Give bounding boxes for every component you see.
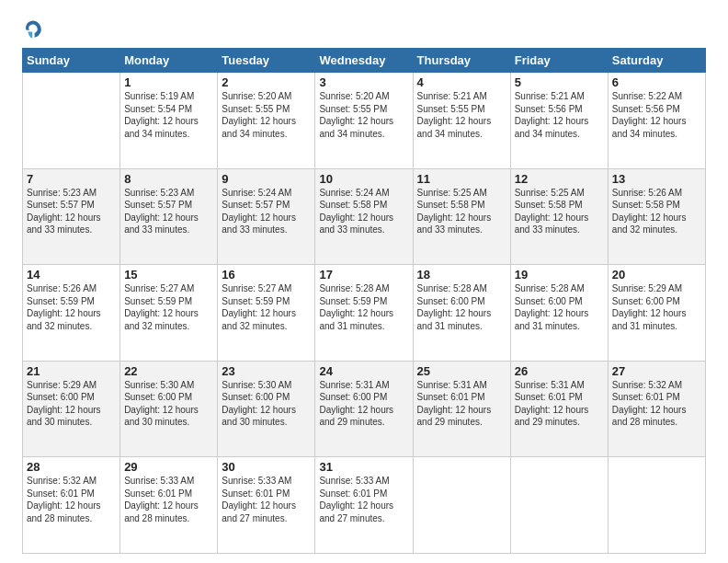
calendar-cell: 22Sunrise: 5:30 AM Sunset: 6:00 PM Dayli… [120,361,218,457]
calendar-cell: 31Sunrise: 5:33 AM Sunset: 6:01 PM Dayli… [315,457,413,554]
weekday-header-tuesday: Tuesday [218,49,315,73]
day-number: 26 [515,364,604,378]
calendar-cell: 14Sunrise: 5:26 AM Sunset: 5:59 PM Dayli… [23,265,120,362]
calendar-cell: 15Sunrise: 5:27 AM Sunset: 5:59 PM Dayli… [120,265,218,362]
day-number: 12 [515,172,604,186]
day-info: Sunrise: 5:30 AM Sunset: 6:00 PM Dayligh… [124,379,213,429]
day-info: Sunrise: 5:28 AM Sunset: 6:00 PM Dayligh… [515,282,604,332]
day-number: 22 [124,364,213,378]
week-row-1: 1Sunrise: 5:19 AM Sunset: 5:54 PM Daylig… [23,73,706,169]
logo [22,18,48,40]
day-number: 20 [612,268,701,282]
calendar-cell: 17Sunrise: 5:28 AM Sunset: 5:59 PM Dayli… [315,265,413,362]
day-number: 23 [222,364,311,378]
calendar-cell: 1Sunrise: 5:19 AM Sunset: 5:54 PM Daylig… [120,73,218,169]
day-number: 17 [319,268,408,282]
day-info: Sunrise: 5:28 AM Sunset: 5:59 PM Dayligh… [319,282,408,332]
weekday-header-saturday: Saturday [608,49,705,73]
weekday-header-wednesday: Wednesday [315,49,413,73]
day-number: 4 [417,75,506,89]
day-number: 24 [319,364,408,378]
page: SundayMondayTuesdayWednesdayThursdayFrid… [0,0,728,563]
day-number: 15 [124,268,213,282]
day-number: 1 [124,75,213,89]
day-info: Sunrise: 5:22 AM Sunset: 5:56 PM Dayligh… [612,90,701,140]
day-info: Sunrise: 5:28 AM Sunset: 6:00 PM Dayligh… [417,282,506,332]
weekday-header-monday: Monday [120,49,218,73]
day-info: Sunrise: 5:20 AM Sunset: 5:55 PM Dayligh… [319,90,408,140]
day-info: Sunrise: 5:30 AM Sunset: 6:00 PM Dayligh… [222,379,311,429]
day-number: 5 [515,75,604,89]
calendar-cell [608,457,705,554]
day-info: Sunrise: 5:23 AM Sunset: 5:57 PM Dayligh… [124,187,213,236]
calendar-cell: 20Sunrise: 5:29 AM Sunset: 6:00 PM Dayli… [608,265,705,362]
calendar-cell: 27Sunrise: 5:32 AM Sunset: 6:01 PM Dayli… [608,361,705,457]
calendar-cell: 13Sunrise: 5:26 AM Sunset: 5:58 PM Dayli… [608,168,705,265]
weekday-row: SundayMondayTuesdayWednesdayThursdayFrid… [23,49,706,73]
calendar-cell: 25Sunrise: 5:31 AM Sunset: 6:01 PM Dayli… [413,361,510,457]
day-number: 11 [417,172,506,186]
day-info: Sunrise: 5:24 AM Sunset: 5:57 PM Dayligh… [222,187,311,236]
day-number: 2 [222,75,311,89]
day-number: 21 [27,364,116,378]
week-row-2: 7Sunrise: 5:23 AM Sunset: 5:57 PM Daylig… [23,168,706,265]
day-info: Sunrise: 5:27 AM Sunset: 5:59 PM Dayligh… [124,282,213,332]
calendar-cell: 18Sunrise: 5:28 AM Sunset: 6:00 PM Dayli… [413,265,510,362]
weekday-header-thursday: Thursday [413,49,510,73]
day-number: 18 [417,268,506,282]
day-info: Sunrise: 5:31 AM Sunset: 6:01 PM Dayligh… [515,379,604,429]
calendar-cell: 8Sunrise: 5:23 AM Sunset: 5:57 PM Daylig… [120,168,218,265]
day-number: 29 [124,460,213,474]
calendar-cell: 21Sunrise: 5:29 AM Sunset: 6:00 PM Dayli… [23,361,120,457]
day-info: Sunrise: 5:32 AM Sunset: 6:01 PM Dayligh… [612,379,701,429]
calendar-header: SundayMondayTuesdayWednesdayThursdayFrid… [23,49,706,73]
calendar-cell: 11Sunrise: 5:25 AM Sunset: 5:58 PM Dayli… [413,168,510,265]
day-info: Sunrise: 5:20 AM Sunset: 5:55 PM Dayligh… [222,90,311,140]
day-number: 13 [612,172,701,186]
calendar-cell: 19Sunrise: 5:28 AM Sunset: 6:00 PM Dayli… [510,265,608,362]
calendar-cell: 2Sunrise: 5:20 AM Sunset: 5:55 PM Daylig… [218,73,315,169]
header [22,18,706,40]
weekday-header-sunday: Sunday [23,49,120,73]
day-number: 3 [319,75,408,89]
day-info: Sunrise: 5:29 AM Sunset: 6:00 PM Dayligh… [27,379,116,429]
day-info: Sunrise: 5:33 AM Sunset: 6:01 PM Dayligh… [124,475,213,524]
day-info: Sunrise: 5:33 AM Sunset: 6:01 PM Dayligh… [222,475,311,524]
calendar-cell: 10Sunrise: 5:24 AM Sunset: 5:58 PM Dayli… [315,168,413,265]
calendar-cell: 24Sunrise: 5:31 AM Sunset: 6:00 PM Dayli… [315,361,413,457]
day-info: Sunrise: 5:26 AM Sunset: 5:59 PM Dayligh… [27,282,116,332]
calendar-cell: 9Sunrise: 5:24 AM Sunset: 5:57 PM Daylig… [218,168,315,265]
calendar-cell: 12Sunrise: 5:25 AM Sunset: 5:58 PM Dayli… [510,168,608,265]
day-number: 28 [27,460,116,474]
day-info: Sunrise: 5:31 AM Sunset: 6:00 PM Dayligh… [319,379,408,429]
day-info: Sunrise: 5:24 AM Sunset: 5:58 PM Dayligh… [319,187,408,236]
week-row-3: 14Sunrise: 5:26 AM Sunset: 5:59 PM Dayli… [23,265,706,362]
day-info: Sunrise: 5:21 AM Sunset: 5:56 PM Dayligh… [515,90,604,140]
day-number: 14 [27,268,116,282]
calendar-table: SundayMondayTuesdayWednesdayThursdayFrid… [22,48,706,554]
calendar-cell [510,457,608,554]
day-number: 19 [515,268,604,282]
calendar-cell: 26Sunrise: 5:31 AM Sunset: 6:01 PM Dayli… [510,361,608,457]
day-number: 9 [222,172,311,186]
calendar-cell: 7Sunrise: 5:23 AM Sunset: 5:57 PM Daylig… [23,168,120,265]
day-number: 31 [319,460,408,474]
calendar-cell: 30Sunrise: 5:33 AM Sunset: 6:01 PM Dayli… [218,457,315,554]
calendar-cell [23,73,120,169]
day-info: Sunrise: 5:25 AM Sunset: 5:58 PM Dayligh… [515,187,604,236]
calendar-cell [413,457,510,554]
calendar-cell: 28Sunrise: 5:32 AM Sunset: 6:01 PM Dayli… [23,457,120,554]
calendar-cell: 5Sunrise: 5:21 AM Sunset: 5:56 PM Daylig… [510,73,608,169]
calendar-cell: 4Sunrise: 5:21 AM Sunset: 5:55 PM Daylig… [413,73,510,169]
day-info: Sunrise: 5:32 AM Sunset: 6:01 PM Dayligh… [27,475,116,524]
day-info: Sunrise: 5:23 AM Sunset: 5:57 PM Dayligh… [27,187,116,236]
calendar-cell: 16Sunrise: 5:27 AM Sunset: 5:59 PM Dayli… [218,265,315,362]
day-info: Sunrise: 5:31 AM Sunset: 6:01 PM Dayligh… [417,379,506,429]
day-number: 10 [319,172,408,186]
day-number: 16 [222,268,311,282]
day-number: 30 [222,460,311,474]
logo-icon [22,18,44,40]
day-info: Sunrise: 5:27 AM Sunset: 5:59 PM Dayligh… [222,282,311,332]
week-row-4: 21Sunrise: 5:29 AM Sunset: 6:00 PM Dayli… [23,361,706,457]
day-number: 6 [612,75,701,89]
